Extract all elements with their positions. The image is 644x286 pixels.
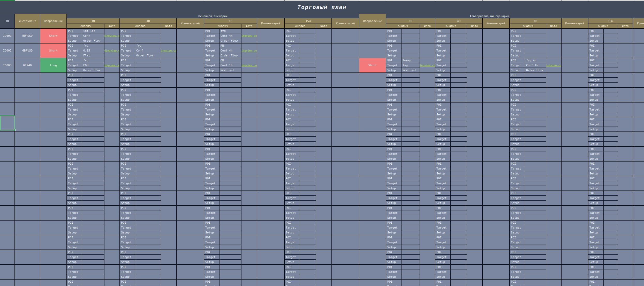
- cell-analysis-label[interactable]: POI: [588, 250, 603, 254]
- cell-photo[interactable]: [104, 220, 119, 235]
- cell-analysis-value[interactable]: [82, 171, 104, 176]
- cell-photo[interactable]: [546, 146, 561, 161]
- cell-photo[interactable]: [161, 58, 176, 72]
- cell-analysis-label[interactable]: Setup: [204, 274, 219, 279]
- cell-analysis-value[interactable]: [82, 122, 104, 127]
- cell-comment[interactable]: [257, 235, 284, 250]
- cell-analysis-label[interactable]: POI: [67, 117, 82, 122]
- photo-header[interactable]: Фото: [420, 24, 435, 28]
- cell-analysis-value[interactable]: [135, 176, 161, 181]
- cell-analysis-label[interactable]: Target: [386, 107, 401, 112]
- cell-analysis-label[interactable]: Setup: [386, 201, 401, 205]
- column-header-instrument[interactable]: Инструмент: [15, 14, 40, 28]
- cell-analysis-label[interactable]: Target: [204, 181, 219, 186]
- cell-analysis-value[interactable]: [451, 240, 467, 245]
- cell-analysis-value[interactable]: Reversal: [401, 68, 420, 72]
- cell-photo[interactable]: [241, 191, 257, 205]
- cell-analysis-label[interactable]: Target: [588, 151, 603, 156]
- cell-analysis-label[interactable]: Target: [588, 240, 603, 245]
- cell-analysis-label[interactable]: POI: [284, 191, 300, 195]
- cell-analysis-value[interactable]: [451, 269, 467, 274]
- cell-analysis-value[interactable]: [300, 122, 316, 127]
- cell-analysis-label[interactable]: POI: [510, 161, 525, 166]
- cell-analysis-value[interactable]: [82, 240, 104, 245]
- cell-comment[interactable]: [177, 43, 204, 58]
- cell-analysis-value[interactable]: [604, 191, 618, 195]
- cell-analysis-value[interactable]: [300, 274, 316, 279]
- cell-analysis-value[interactable]: [82, 260, 104, 264]
- comment-header[interactable]: Комментарий: [257, 18, 284, 28]
- cell-analysis-value[interactable]: [300, 68, 316, 72]
- analysis-header[interactable]: Анализ: [386, 24, 420, 28]
- cell-comment[interactable]: [482, 146, 509, 161]
- cell-analysis-value[interactable]: [451, 63, 467, 68]
- cell-analysis-value[interactable]: [604, 225, 618, 230]
- cell-photo[interactable]: [467, 265, 482, 279]
- cell-comment[interactable]: [177, 161, 204, 176]
- column-header-direction[interactable]: Направление: [40, 14, 66, 28]
- cell-analysis-value[interactable]: [300, 137, 316, 141]
- cell-analysis-label[interactable]: Target: [67, 151, 82, 156]
- cell-analysis-value[interactable]: [135, 201, 161, 205]
- cell-photo[interactable]: [420, 279, 435, 286]
- cell-direction[interactable]: [40, 161, 66, 176]
- cell-instrument[interactable]: [15, 87, 40, 102]
- cell-analysis-label[interactable]: POI: [588, 102, 603, 107]
- cell-analysis-value[interactable]: [300, 33, 316, 38]
- cell-analysis-value[interactable]: [300, 206, 316, 210]
- cell-analysis-label[interactable]: POI: [204, 28, 219, 33]
- cell-analysis-value[interactable]: [451, 220, 467, 225]
- cell-analysis-label[interactable]: Setup: [510, 215, 525, 220]
- cell-analysis-label[interactable]: Setup: [510, 274, 525, 279]
- cell-analysis-label[interactable]: Target: [435, 225, 450, 230]
- cell-photo[interactable]: [618, 132, 633, 146]
- cell-analysis-label[interactable]: POI: [67, 220, 82, 225]
- cell-direction-alt[interactable]: Short: [359, 58, 386, 72]
- cell-analysis-value[interactable]: [525, 186, 546, 190]
- cell-analysis-label[interactable]: Target: [284, 122, 300, 127]
- cell-analysis-label[interactable]: POI: [435, 191, 450, 195]
- cell-id[interactable]: [0, 132, 14, 146]
- cell-analysis-label[interactable]: POI: [120, 132, 135, 136]
- cell-analysis-label[interactable]: Setup: [510, 83, 525, 87]
- cell-photo[interactable]: [420, 250, 435, 264]
- cell-analysis-value[interactable]: [451, 161, 467, 166]
- cell-analysis-value[interactable]: [219, 206, 241, 210]
- cell-analysis-label[interactable]: Setup: [510, 112, 525, 117]
- cell-analysis-value[interactable]: [300, 48, 316, 53]
- cell-photo[interactable]: [241, 176, 257, 190]
- cell-analysis-label[interactable]: POI: [588, 220, 603, 225]
- cell-analysis-label[interactable]: POI: [284, 279, 300, 284]
- cell-photo[interactable]: [161, 250, 176, 264]
- cell-photo-link[interactable]: dingview.com: [241, 58, 257, 72]
- cell-analysis-label[interactable]: Setup: [120, 142, 135, 146]
- cell-photo[interactable]: [467, 58, 482, 72]
- cell-analysis-value[interactable]: [525, 279, 546, 284]
- cell-analysis-value[interactable]: [401, 235, 420, 240]
- cell-photo[interactable]: [420, 87, 435, 102]
- cell-analysis-label[interactable]: POI: [284, 250, 300, 254]
- cell-analysis-value[interactable]: [401, 215, 420, 220]
- cell-analysis-label[interactable]: Target: [120, 137, 135, 141]
- cell-analysis-label[interactable]: Setup: [510, 260, 525, 264]
- cell-comment[interactable]: [257, 102, 284, 117]
- cell-analysis-value[interactable]: [451, 215, 467, 220]
- cell-analysis-label[interactable]: POI: [204, 73, 219, 77]
- cell-analysis-value[interactable]: [300, 78, 316, 82]
- cell-analysis-value[interactable]: [401, 78, 420, 82]
- cell-analysis-label[interactable]: Target: [510, 107, 525, 112]
- cell-analysis-value[interactable]: [401, 48, 420, 53]
- cell-photo[interactable]: [618, 117, 633, 131]
- cell-analysis-value[interactable]: [219, 102, 241, 107]
- cell-photo-link[interactable]: dingview.com: [546, 58, 561, 72]
- cell-analysis-label[interactable]: POI: [435, 235, 450, 240]
- cell-analysis-value[interactable]: Conf 4h: [219, 48, 241, 53]
- cell-analysis-value[interactable]: [525, 220, 546, 225]
- cell-analysis-label[interactable]: POI: [510, 87, 525, 92]
- cell-analysis-label[interactable]: Target: [120, 63, 135, 68]
- cell-analysis-value[interactable]: [219, 176, 241, 181]
- cell-analysis-value[interactable]: [525, 107, 546, 112]
- column-header-direction-alt[interactable]: Направление: [359, 14, 386, 28]
- cell-analysis-label[interactable]: Setup: [67, 215, 82, 220]
- cell-photo[interactable]: [420, 132, 435, 146]
